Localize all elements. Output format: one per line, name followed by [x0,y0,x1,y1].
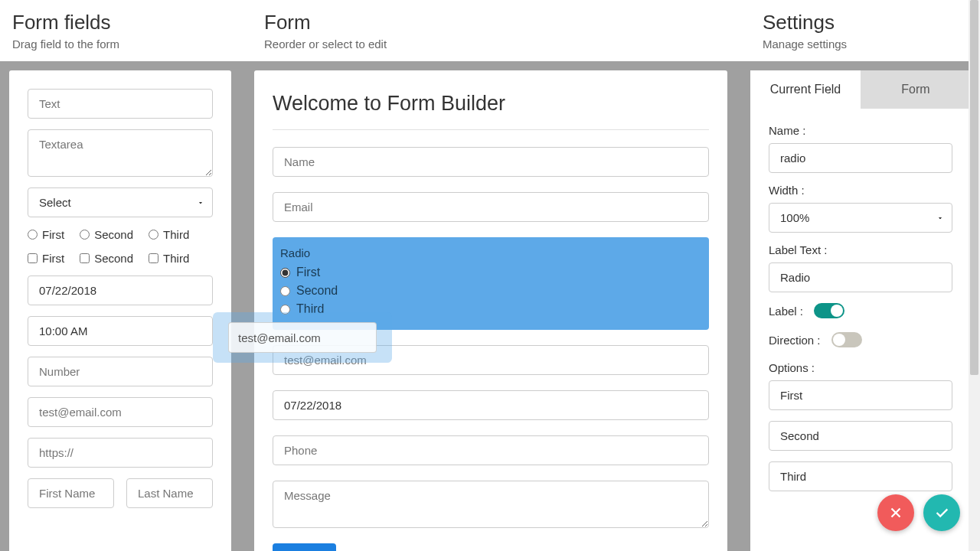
setting-direction-toggle[interactable] [831,332,862,347]
header-settings: Settings Manage settings [750,0,980,61]
drag-ghost-label: test@email.com [228,322,377,353]
form-message-input[interactable] [273,481,709,528]
drag-ghost: test@email.com [213,312,392,363]
palette-time-input[interactable] [28,316,213,346]
palette-number-input[interactable] [28,357,213,386]
header-sub-right: Manage settings [763,37,968,51]
palette-radio-row: First Second Third [28,228,213,241]
header-sub-mid: Reorder or select to edit [264,37,738,51]
form-date-input[interactable] [273,390,709,420]
palette-panel: Select First Second Third First Second T… [9,70,231,551]
form-radio-opt-second[interactable]: Second [280,284,701,298]
palette-check-first[interactable]: First [28,252,64,265]
palette-firstname-input[interactable] [28,478,114,508]
palette-check-second[interactable]: Second [80,252,133,265]
form-canvas: Welcome to Form Builder Radio First Seco… [254,70,727,551]
settings-panel: Current Field Form Name : Width : 100% L… [750,70,971,551]
palette-check-row: First Second Third [28,252,213,265]
palette-textarea[interactable] [28,129,213,177]
submit-button[interactable]: Submit [273,543,336,551]
setting-direction-label: Direction : [769,334,821,347]
palette-email-input[interactable] [28,397,213,427]
form-radio-opt-first[interactable]: First [280,266,701,279]
palette-radio-first[interactable]: First [28,228,64,241]
confirm-button[interactable] [923,494,960,531]
setting-option-1[interactable] [769,380,952,410]
close-icon [887,504,904,521]
form-email-input[interactable] [273,192,709,222]
palette-radio-second[interactable]: Second [80,228,133,241]
setting-labeltext-input[interactable] [769,262,952,292]
setting-label-label: Label : [769,305,803,318]
scrollbar[interactable] [969,0,980,551]
header-sub-left: Drag field to the form [12,37,240,51]
form-name-input[interactable] [273,147,709,177]
header-form: Form Reorder or select to edit [252,0,750,61]
palette-check-third[interactable]: Third [149,252,189,265]
setting-name-input[interactable] [769,143,952,173]
form-phone-input[interactable] [273,435,709,465]
tab-current-field[interactable]: Current Field [750,70,861,109]
palette-date-input[interactable] [28,276,213,305]
check-icon [933,504,950,521]
header-form-fields: Form fields Drag field to the form [0,0,252,61]
header-title-left: Form fields [12,11,240,34]
palette-lastname-input[interactable] [126,478,213,508]
setting-width-label: Width : [769,184,952,197]
cancel-button[interactable] [877,494,914,531]
tab-form[interactable]: Form [861,70,971,109]
setting-option-2[interactable] [769,421,952,451]
setting-option-3[interactable] [769,461,952,491]
header-title-mid: Form [264,11,738,34]
setting-labeltext-label: Label Text : [769,243,952,256]
form-divider [273,129,709,130]
setting-label-toggle[interactable] [814,303,844,318]
form-radio-label: Radio [280,246,701,259]
setting-name-label: Name : [769,124,952,137]
setting-width-select[interactable]: 100% [769,203,952,233]
palette-select[interactable]: Select [28,187,213,217]
form-title: Welcome to Form Builder [273,89,709,116]
palette-url-input[interactable] [28,438,213,468]
palette-text-input[interactable] [28,89,213,119]
settings-tabs: Current Field Form [750,70,971,109]
header-bar: Form fields Drag field to the form Form … [0,0,980,61]
palette-radio-third[interactable]: Third [149,228,189,241]
header-title-right: Settings [763,11,968,34]
setting-options-label: Options : [769,361,952,374]
